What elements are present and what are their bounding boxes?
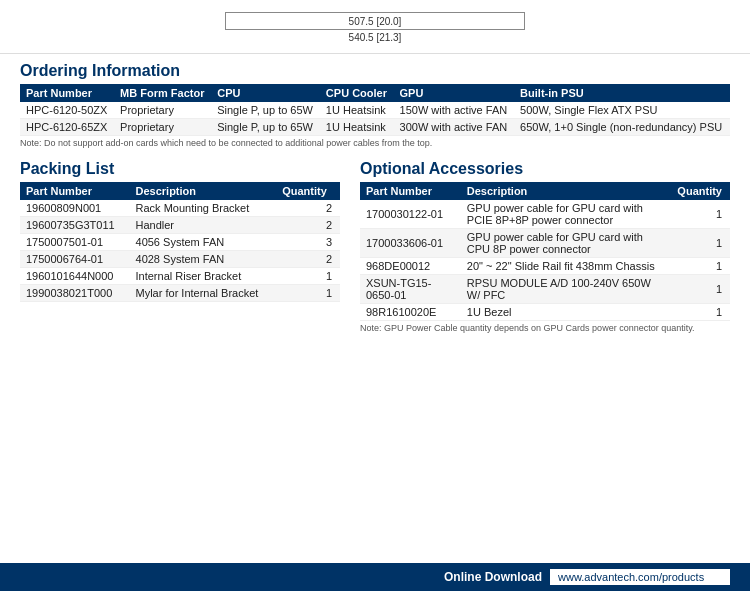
table-cell: 500W, Single Flex ATX PSU — [514, 102, 730, 119]
ordering-info-section: Ordering Information Part Number MB Form… — [0, 54, 750, 156]
bar-540-label: 540.5 [21.3] — [349, 32, 402, 43]
table-cell: Internal Riser Bracket — [130, 268, 277, 285]
packing-table-header: Part Number Description Quantity — [20, 182, 340, 200]
table-cell: 150W with active FAN — [394, 102, 515, 119]
packing-table: Part Number Description Quantity 1960080… — [20, 182, 340, 302]
acc-col-desc: Description — [461, 182, 672, 200]
packing-list-title: Packing List — [20, 160, 340, 178]
table-cell: Single P, up to 65W — [211, 102, 320, 119]
table-cell: GPU power cable for GPU card with PCIE 8… — [461, 200, 672, 229]
table-cell: 19600735G3T011 — [20, 217, 130, 234]
table-row: XSUN-TG15-0650-01RPSU MODULE A/D 100-240… — [360, 275, 730, 304]
col-part-number: Part Number — [20, 84, 114, 102]
table-cell: RPSU MODULE A/D 100-240V 650W W/ PFC — [461, 275, 672, 304]
table-cell: HPC-6120-50ZX — [20, 102, 114, 119]
accessories-table-header: Part Number Description Quantity — [360, 182, 730, 200]
table-cell: Single P, up to 65W — [211, 119, 320, 136]
table-row: 19600735G3T011Handler2 — [20, 217, 340, 234]
col-built-in-psu: Built-in PSU — [514, 84, 730, 102]
two-col-section: Packing List Part Number Description Qua… — [0, 156, 750, 337]
table-cell: 4028 System FAN — [130, 251, 277, 268]
table-cell: 1U Heatsink — [320, 119, 394, 136]
ordering-table: Part Number MB Form Factor CPU CPU Coole… — [20, 84, 730, 136]
ordering-table-header: Part Number MB Form Factor CPU CPU Coole… — [20, 84, 730, 102]
table-cell: 1750006764-01 — [20, 251, 130, 268]
table-cell: 3 — [276, 234, 340, 251]
table-cell: 1 — [671, 200, 730, 229]
accessories-table: Part Number Description Quantity 1700030… — [360, 182, 730, 321]
table-cell: 650W, 1+0 Single (non-redundancy) PSU — [514, 119, 730, 136]
table-cell: 1750007501-01 — [20, 234, 130, 251]
table-cell: 1960101644N000 — [20, 268, 130, 285]
ordering-info-title: Ordering Information — [20, 62, 730, 80]
table-cell: 98R1610020E — [360, 304, 461, 321]
table-cell: 1 — [671, 229, 730, 258]
table-cell: 1 — [671, 304, 730, 321]
table-row: 1700033606-01GPU power cable for GPU car… — [360, 229, 730, 258]
bar-chart: 507.5 [20.0] 540.5 [21.3] — [20, 12, 730, 43]
bar-507: 507.5 [20.0] — [225, 12, 525, 30]
table-cell: Handler — [130, 217, 277, 234]
footer-url: www.advantech.com/products — [550, 569, 730, 585]
table-row: 98R1610020E1U Bezel1 — [360, 304, 730, 321]
table-cell: 1U Heatsink — [320, 102, 394, 119]
footer-label: Online Download — [444, 570, 542, 584]
table-cell: Proprietary — [114, 102, 211, 119]
top-section: 507.5 [20.0] 540.5 [21.3] — [0, 0, 750, 54]
accessories-note: Note: GPU Power Cable quantity depends o… — [360, 323, 730, 333]
table-row: HPC-6120-50ZXProprietarySingle P, up to … — [20, 102, 730, 119]
table-cell: 2 — [276, 217, 340, 234]
accessories-title: Optional Accessories — [360, 160, 730, 178]
table-row: 1990038021T000Mylar for Internal Bracket… — [20, 285, 340, 302]
footer: Online Download www.advantech.com/produc… — [0, 563, 750, 591]
col-cpu: CPU — [211, 84, 320, 102]
table-cell: 4056 System FAN — [130, 234, 277, 251]
table-cell: Mylar for Internal Bracket — [130, 285, 277, 302]
table-cell: 1U Bezel — [461, 304, 672, 321]
table-cell: 19600809N001 — [20, 200, 130, 217]
packing-col-part: Part Number — [20, 182, 130, 200]
packing-col-desc: Description — [130, 182, 277, 200]
table-cell: 1 — [671, 258, 730, 275]
table-row: 19600809N001Rack Mounting Bracket2 — [20, 200, 340, 217]
table-cell: 1990038021T000 — [20, 285, 130, 302]
table-cell: 1700033606-01 — [360, 229, 461, 258]
table-row: 1750007501-014056 System FAN3 — [20, 234, 340, 251]
accessories-section: Optional Accessories Part Number Descrip… — [360, 160, 730, 333]
table-cell: 1 — [671, 275, 730, 304]
bar-507-label: 507.5 [20.0] — [349, 16, 402, 27]
packing-list-section: Packing List Part Number Description Qua… — [20, 160, 340, 333]
table-cell: 1700030122-01 — [360, 200, 461, 229]
table-cell: 20" ~ 22" Slide Rail fit 438mm Chassis — [461, 258, 672, 275]
table-cell: 1 — [276, 285, 340, 302]
packing-col-qty: Quantity — [276, 182, 340, 200]
table-row: 1750006764-014028 System FAN2 — [20, 251, 340, 268]
table-row: HPC-6120-65ZXProprietarySingle P, up to … — [20, 119, 730, 136]
table-cell: Rack Mounting Bracket — [130, 200, 277, 217]
table-cell: 968DE00012 — [360, 258, 461, 275]
table-cell: 2 — [276, 251, 340, 268]
table-cell: 2 — [276, 200, 340, 217]
acc-col-part: Part Number — [360, 182, 461, 200]
table-cell: HPC-6120-65ZX — [20, 119, 114, 136]
table-row: 968DE0001220" ~ 22" Slide Rail fit 438mm… — [360, 258, 730, 275]
table-cell: XSUN-TG15-0650-01 — [360, 275, 461, 304]
table-row: 1960101644N000Internal Riser Bracket1 — [20, 268, 340, 285]
table-cell: GPU power cable for GPU card with CPU 8P… — [461, 229, 672, 258]
ordering-note: Note: Do not support add-on cards which … — [20, 138, 730, 148]
table-cell: 1 — [276, 268, 340, 285]
col-mb-form-factor: MB Form Factor — [114, 84, 211, 102]
col-cpu-cooler: CPU Cooler — [320, 84, 394, 102]
table-cell: Proprietary — [114, 119, 211, 136]
table-row: 1700030122-01GPU power cable for GPU car… — [360, 200, 730, 229]
col-gpu: GPU — [394, 84, 515, 102]
acc-col-qty: Quantity — [671, 182, 730, 200]
table-cell: 300W with active FAN — [394, 119, 515, 136]
